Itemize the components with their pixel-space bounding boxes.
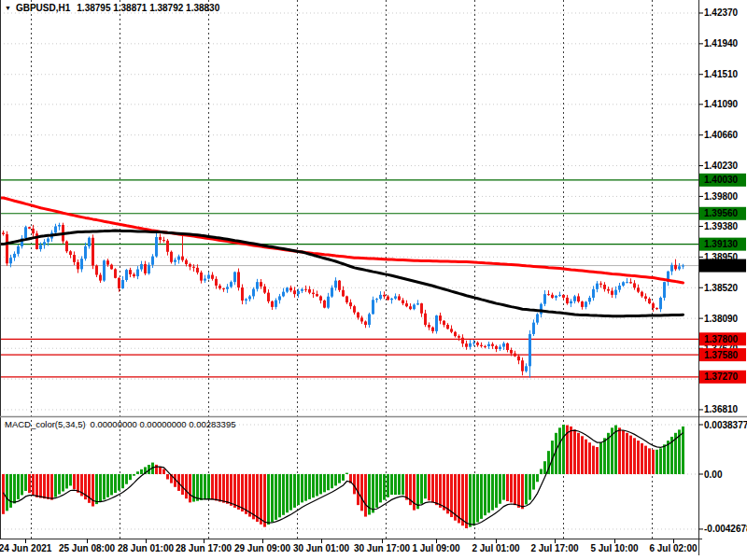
support-badge-label: 1.37800 (704, 334, 739, 344)
support-badge-label: 1.37270 (704, 371, 739, 382)
mt4-chart-window[interactable]: ▼GBPUSD,H11.38795 1.38871 1.38792 1.3883… (0, 0, 747, 560)
time-tick-label: 1 Jul 09:00 (412, 543, 460, 553)
time-axis[interactable]: 24 Jun 202125 Jun 08:0028 Jun 01:0028 Ju… (0, 539, 698, 553)
chart-symbol-ohlc: ▼GBPUSD,H11.38795 1.38871 1.38792 1.3883… (5, 3, 219, 13)
time-tick-label: 24 Jun 2021 (0, 543, 52, 553)
macd-scale-label: 0.00 (704, 469, 723, 480)
price-tick-label: 1.41510 (704, 69, 739, 79)
support-badge-label: 1.37580 (704, 350, 739, 360)
macd-scale-label: -0.0042678 (704, 524, 747, 534)
ohlc-quotes-label: 1.38795 1.38871 1.38792 1.38830 (77, 3, 219, 13)
resistance-badge-label: 1.39130 (704, 239, 739, 249)
price-tick-label: 1.38520 (704, 283, 739, 293)
resistance-badge-label: 1.40030 (704, 175, 739, 185)
price-tick-label: 1.42370 (704, 7, 739, 18)
time-tick-label: 30 Jun 17:00 (354, 543, 410, 553)
price-tick-label: 1.36810 (704, 404, 739, 414)
price-tick-label: 1.39800 (704, 191, 739, 202)
macd-indicator-label: MACD_color(5,34,5)0.00000000 0.00000000 … (5, 419, 235, 429)
time-tick-label: 2 Jul 01:00 (472, 543, 520, 553)
chart-dropdown-icon[interactable]: ▼ (5, 5, 11, 11)
macd-scale-label: 0.0038377 (704, 420, 747, 430)
symbol-period-label: GBPUSD,H1 (16, 3, 70, 13)
price-tick-label: 1.40230 (704, 161, 739, 171)
moving-averages (0, 198, 684, 316)
current-price-badge-label: 1.38830 (704, 260, 739, 271)
macd-indicator-values: 0.00000000 0.00000000 0.00283395 (91, 419, 236, 429)
time-tick-label: 28 Jun 17:00 (176, 543, 232, 553)
macd-indicator-name: MACD_color(5,34,5) (5, 419, 86, 429)
resistance-badge-label: 1.39560 (704, 208, 739, 218)
time-tick-label: 25 Jun 08:00 (59, 543, 115, 553)
price-badges: 1.400301.395601.391301.378001.375801.372… (699, 174, 746, 384)
time-tick-label: 28 Jun 01:00 (118, 543, 174, 553)
time-tick-label: 6 Jul 02:00 (649, 543, 698, 553)
price-tick-label: 1.41090 (704, 99, 739, 109)
time-tick-label: 5 Jul 10:00 (590, 543, 639, 553)
time-tick-label: 2 Jul 17:00 (530, 543, 579, 553)
price-tick-label: 1.40660 (704, 130, 739, 140)
price-tick-label: 1.41940 (704, 38, 739, 49)
price-chart-canvas[interactable]: 1.423701.419401.415101.410901.406601.402… (0, 0, 747, 560)
macd-pane[interactable] (2, 425, 684, 528)
time-tick-label: 29 Jun 09:00 (234, 543, 290, 553)
price-tick-label: 1.38090 (704, 314, 739, 324)
time-tick-label: 30 Jun 01:00 (293, 543, 349, 553)
price-tick-label: 1.39380 (704, 221, 739, 231)
